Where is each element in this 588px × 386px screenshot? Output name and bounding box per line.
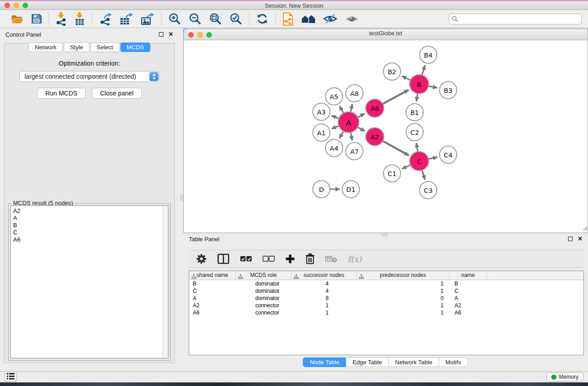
node-B[interactable]: B <box>410 75 429 94</box>
edge-A-A2[interactable] <box>358 127 365 131</box>
table-cell[interactable]: connector <box>236 302 292 309</box>
float-table-panel-icon[interactable] <box>568 237 573 241</box>
edge-B-B4[interactable] <box>422 65 425 75</box>
edge-C-C1[interactable] <box>402 165 411 169</box>
edge-B-B1[interactable] <box>416 94 418 102</box>
node-C3[interactable]: C3 <box>420 181 437 199</box>
edge-A-A5[interactable] <box>339 106 344 113</box>
node-D1[interactable]: D1 <box>342 181 359 198</box>
memory-button[interactable]: Memory <box>546 372 583 381</box>
node-A[interactable]: A <box>338 112 359 133</box>
table-cell[interactable]: B <box>449 280 487 287</box>
edge-B-B3[interactable] <box>429 86 438 88</box>
zoom-fit-icon[interactable] <box>209 13 222 25</box>
search-input[interactable] <box>449 14 582 24</box>
node-C[interactable]: C <box>410 152 429 171</box>
mcds-result-list[interactable]: A2ABCA6 <box>10 205 168 358</box>
table-cell[interactable]: 1 <box>357 280 449 287</box>
window-resize-grip[interactable] <box>582 224 587 232</box>
edge-A-A6[interactable] <box>358 114 365 117</box>
node-A8[interactable]: A8 <box>346 85 363 102</box>
edge-C-C3[interactable] <box>422 170 425 180</box>
edge-A-A1[interactable] <box>331 126 339 129</box>
column-header-predecessor-nodes[interactable]: predecessor nodes <box>357 271 449 280</box>
table-cell[interactable]: 4 <box>292 280 357 287</box>
node-C4[interactable]: C4 <box>440 146 457 163</box>
node-C1[interactable]: C1 <box>383 165 401 182</box>
edge-A6-B[interactable] <box>383 90 409 104</box>
node-B3[interactable]: B3 <box>440 81 457 99</box>
edge-A-A7[interactable] <box>351 133 353 141</box>
table-cell[interactable]: 0 <box>357 295 449 302</box>
table-row[interactable]: Cdominator41C <box>189 287 583 295</box>
table-cell[interactable]: A <box>449 295 487 302</box>
close-table-panel-icon[interactable]: ✕ <box>578 237 583 241</box>
mcds-result-item[interactable]: A6 <box>13 236 168 243</box>
save-icon[interactable] <box>31 14 42 24</box>
table-cell[interactable]: 1 <box>357 302 449 309</box>
table-cell[interactable]: connector <box>236 309 292 316</box>
tab-style[interactable]: Style <box>64 43 90 52</box>
tab-mcds[interactable]: MCDS <box>120 43 150 52</box>
table-cell[interactable]: A6 <box>189 309 236 316</box>
zoom-out-icon[interactable] <box>189 13 201 25</box>
export-network-icon[interactable] <box>99 13 112 25</box>
node-C2[interactable]: C2 <box>406 124 423 141</box>
deselect-all-icon[interactable] <box>263 256 275 262</box>
table-cell[interactable]: A <box>189 295 236 302</box>
hide-selected-eye-icon[interactable] <box>323 13 337 24</box>
table-cell[interactable]: C <box>189 287 236 295</box>
table-cell[interactable]: 1 <box>357 309 449 316</box>
node-A6[interactable]: A6 <box>366 99 384 117</box>
task-history-button[interactable] <box>5 373 17 381</box>
node-D[interactable]: D <box>313 181 330 198</box>
run-mcds-button[interactable]: Run MCDS <box>37 88 86 99</box>
table-cell[interactable]: 1 <box>292 309 357 316</box>
table-cell[interactable]: 8 <box>292 295 357 302</box>
select-all-icon[interactable] <box>240 256 252 262</box>
zoom-selected-icon[interactable] <box>229 13 242 25</box>
tab-motifs[interactable]: Motifs <box>439 357 468 367</box>
table-cell[interactable]: 1 <box>292 302 357 309</box>
column-header-successor-nodes[interactable]: successor nodes <box>292 271 357 280</box>
network-canvas[interactable]: B4B2BB3A5A8A6B1A3AC2A1A2A4A7C4CC1DD1C3 <box>184 41 588 233</box>
node-A4[interactable]: A4 <box>325 139 343 157</box>
mcds-result-item[interactable]: A2 <box>13 207 168 214</box>
node-B2[interactable]: B2 <box>383 63 401 80</box>
show-all-eye-icon[interactable] <box>345 14 359 24</box>
tab-edge-table[interactable]: Edge Table <box>346 357 389 367</box>
table-row[interactable]: Bdominator41B <box>189 280 583 287</box>
edge-A2-C[interactable] <box>383 141 409 156</box>
table-row[interactable]: Adominator80A <box>189 295 583 302</box>
refresh-layout-icon[interactable] <box>256 13 268 25</box>
tab-network[interactable]: Network <box>29 43 63 52</box>
table-cell[interactable]: A6 <box>449 309 487 316</box>
tab-network-table[interactable]: Network Table <box>388 357 439 367</box>
table-row[interactable]: A2connector11A2 <box>189 302 583 309</box>
table-settings-gear-icon[interactable] <box>196 253 207 264</box>
edge-B-B2[interactable] <box>402 76 411 80</box>
mcds-result-item[interactable]: B <box>13 222 168 229</box>
add-column-icon[interactable] <box>285 254 295 264</box>
tab-select[interactable]: Select <box>91 43 120 52</box>
result-list-scrollbar[interactable] <box>163 206 168 358</box>
node-table[interactable]: shared nameMCDS rolesuccessor nodesprede… <box>189 271 584 355</box>
edge-C-C2[interactable] <box>416 143 418 152</box>
node-B1[interactable]: B1 <box>406 104 423 121</box>
optimization-criterion-dropdown[interactable]: largest connected component (directed) <box>19 71 159 82</box>
node-A3[interactable]: A3 <box>313 103 330 120</box>
column-view-icon[interactable] <box>217 253 229 264</box>
column-header-name[interactable]: name <box>449 271 487 280</box>
edge-C-C4[interactable] <box>429 157 438 159</box>
table-cell[interactable]: dominator <box>236 287 292 295</box>
edge-A-A8[interactable] <box>351 104 353 112</box>
export-table-icon[interactable] <box>120 13 133 25</box>
import-table-icon[interactable] <box>74 12 85 26</box>
table-cell[interactable]: A2 <box>189 302 236 309</box>
export-image-icon[interactable] <box>141 13 154 25</box>
zoom-in-icon[interactable] <box>168 13 181 25</box>
table-cell[interactable]: A2 <box>449 302 487 309</box>
table-cell[interactable]: dominator <box>236 295 292 302</box>
edge-A-A3[interactable] <box>331 116 339 119</box>
close-panel-icon[interactable]: ✕ <box>168 32 173 37</box>
